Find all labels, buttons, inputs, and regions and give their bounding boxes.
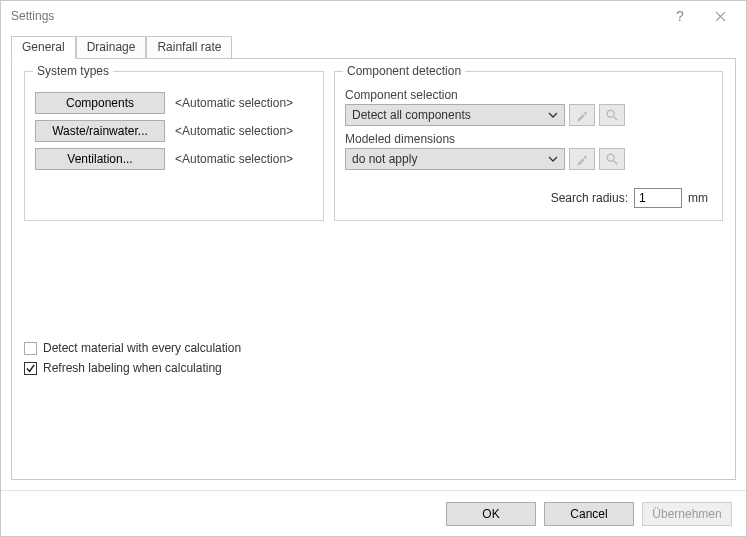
modeled-dimensions-eyedropper-button[interactable] [569, 148, 595, 170]
close-button[interactable] [700, 2, 740, 30]
eyedropper-icon [575, 152, 589, 166]
ok-button[interactable]: OK [446, 502, 536, 526]
group-component-detection: Component detection Component selection … [334, 71, 723, 221]
magnifier-icon [605, 108, 619, 122]
component-selection-eyedropper-button[interactable] [569, 104, 595, 126]
title-bar: Settings ? [1, 1, 746, 31]
tab-drainage[interactable]: Drainage [76, 36, 147, 59]
modeled-dimensions-search-button[interactable] [599, 148, 625, 170]
dialog-button-bar: OK Cancel Übernehmen [1, 490, 746, 536]
group-component-detection-legend: Component detection [343, 64, 465, 78]
components-button[interactable]: Components [35, 92, 165, 114]
refresh-labeling-checkbox[interactable] [24, 362, 37, 375]
group-system-types: System types Components <Automatic selec… [24, 71, 324, 221]
close-icon [715, 11, 726, 22]
svg-line-1 [614, 117, 618, 121]
svg-line-3 [614, 161, 618, 165]
svg-point-2 [607, 154, 614, 161]
tab-general[interactable]: General [11, 36, 76, 59]
component-selection-value: Detect all components [352, 108, 471, 122]
window-title: Settings [11, 9, 660, 23]
detect-material-label: Detect material with every calculation [43, 341, 241, 355]
search-radius-input[interactable] [634, 188, 682, 208]
component-selection-combo[interactable]: Detect all components [345, 104, 565, 126]
apply-button[interactable]: Übernehmen [642, 502, 732, 526]
ventilation-button[interactable]: Ventilation... [35, 148, 165, 170]
tab-strip: General Drainage Rainfall rate [11, 35, 736, 58]
help-button[interactable]: ? [660, 8, 700, 24]
check-icon [25, 363, 36, 374]
detect-material-checkbox[interactable] [24, 342, 37, 355]
component-selection-label: Component selection [345, 88, 712, 102]
components-value: <Automatic selection> [175, 96, 293, 110]
ventilation-value: <Automatic selection> [175, 152, 293, 166]
magnifier-icon [605, 152, 619, 166]
chevron-down-icon [546, 112, 560, 118]
chevron-down-icon [546, 156, 560, 162]
modeled-dimensions-label: Modeled dimensions [345, 132, 712, 146]
search-radius-unit: mm [688, 191, 708, 205]
waste-rainwater-button[interactable]: Waste/rainwater... [35, 120, 165, 142]
tab-rainfall-rate[interactable]: Rainfall rate [146, 36, 232, 59]
component-selection-search-button[interactable] [599, 104, 625, 126]
cancel-button[interactable]: Cancel [544, 502, 634, 526]
tab-panel-general: System types Components <Automatic selec… [11, 58, 736, 480]
search-radius-label: Search radius: [551, 191, 628, 205]
svg-point-0 [607, 110, 614, 117]
modeled-dimensions-combo[interactable]: do not apply [345, 148, 565, 170]
eyedropper-icon [575, 108, 589, 122]
modeled-dimensions-value: do not apply [352, 152, 417, 166]
group-system-types-legend: System types [33, 64, 113, 78]
refresh-labeling-label: Refresh labeling when calculating [43, 361, 222, 375]
waste-rainwater-value: <Automatic selection> [175, 124, 293, 138]
